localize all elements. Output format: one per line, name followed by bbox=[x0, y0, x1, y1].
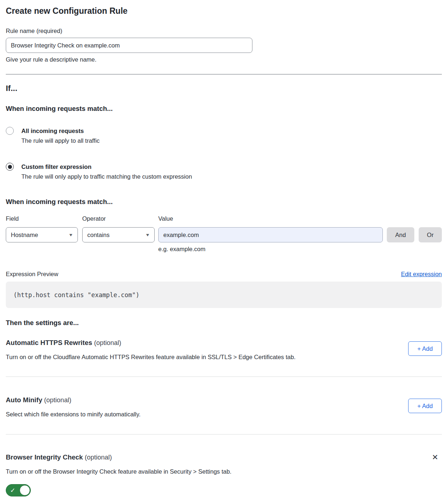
chevron-down-icon: ▼ bbox=[68, 233, 74, 237]
edit-expression-link[interactable]: Edit expression bbox=[401, 271, 442, 278]
operator-select-value: contains bbox=[87, 232, 109, 238]
radio-option-description: The rule will only apply to traffic matc… bbox=[21, 173, 442, 180]
spacer bbox=[419, 215, 442, 227]
radio-option-label: All incoming requests bbox=[21, 127, 442, 135]
radio-selected-icon[interactable] bbox=[6, 163, 14, 171]
radio-option-all-requests[interactable]: All incoming requests The rule will appl… bbox=[6, 127, 442, 145]
radio-option-label: Custom filter expression bbox=[21, 163, 442, 171]
chevron-down-icon: ▼ bbox=[145, 233, 150, 237]
operator-select[interactable]: contains ▼ bbox=[82, 227, 155, 242]
rule-name-help: Give your rule a descriptive name. bbox=[6, 56, 442, 63]
radio-option-description: The rule will apply to all traffic bbox=[21, 137, 442, 145]
and-button[interactable]: And bbox=[387, 227, 414, 242]
radio-unselected-icon[interactable] bbox=[6, 127, 14, 135]
page-title: Create new Configuration Rule bbox=[6, 6, 442, 16]
setting-browser-integrity-check: Browser Integrity Check (optional) Turn … bbox=[6, 453, 442, 496]
toggle-knob[interactable] bbox=[20, 485, 30, 496]
or-button[interactable]: Or bbox=[419, 227, 442, 242]
setting-title: Automatic HTTPS Rewrites (optional) bbox=[6, 338, 296, 347]
setting-auto-minify: Auto Minify (optional) Select which file… bbox=[6, 396, 442, 418]
rule-name-label: Rule name (required) bbox=[6, 27, 442, 34]
setting-description: Select which file extensions to minify a… bbox=[6, 411, 141, 418]
expression-builder-heading: When incoming requests match... bbox=[6, 198, 442, 206]
setting-description: Turn on or off the Browser Integrity Che… bbox=[6, 468, 231, 475]
field-label: Field bbox=[6, 215, 78, 222]
expression-builder-row: Field Hostname ▼ Operator contains ▼ Val… bbox=[6, 215, 442, 253]
expression-code: (http.host contains "example.com") bbox=[13, 291, 139, 299]
value-input[interactable] bbox=[158, 227, 383, 242]
then-settings-heading: Then the settings are... bbox=[6, 319, 442, 327]
spacer bbox=[387, 215, 414, 227]
setting-title-text: Browser Integrity Check bbox=[6, 453, 83, 461]
expression-preview-header: Expression Preview Edit expression bbox=[6, 270, 442, 278]
expression-preview-box: (http.host contains "example.com") bbox=[6, 282, 442, 308]
radio-option-custom-filter[interactable]: Custom filter expression The rule will o… bbox=[6, 163, 442, 180]
add-https-rewrites-button[interactable]: + Add bbox=[408, 341, 442, 356]
add-auto-minify-button[interactable]: + Add bbox=[408, 399, 442, 413]
setting-description: Turn on or off the Cloudflare Automatic … bbox=[6, 353, 296, 361]
field-select-value: Hostname bbox=[11, 232, 38, 238]
check-icon: ✓ bbox=[10, 487, 15, 494]
setting-title-text: Automatic HTTPS Rewrites bbox=[6, 339, 92, 346]
if-heading: If... bbox=[6, 83, 442, 93]
setting-title: Browser Integrity Check (optional) bbox=[6, 453, 231, 462]
optional-tag: (optional) bbox=[44, 396, 71, 404]
field-select[interactable]: Hostname ▼ bbox=[6, 227, 78, 242]
section-divider bbox=[6, 377, 442, 377]
rule-name-input[interactable] bbox=[6, 38, 252, 53]
section-divider bbox=[6, 74, 442, 75]
expression-preview-label: Expression Preview bbox=[6, 270, 58, 278]
value-help: e.g. example.com bbox=[158, 245, 383, 253]
browser-integrity-check-toggle[interactable]: ✓ bbox=[6, 484, 31, 496]
setting-title: Auto Minify (optional) bbox=[6, 396, 141, 404]
value-label: Value bbox=[158, 215, 383, 222]
optional-tag: (optional) bbox=[94, 339, 121, 346]
optional-tag: (optional) bbox=[85, 454, 112, 461]
section-divider bbox=[6, 434, 442, 434]
close-icon[interactable]: ✕ bbox=[432, 454, 438, 461]
when-match-heading: When incoming requests match... bbox=[6, 105, 442, 113]
setting-title-text: Auto Minify bbox=[6, 396, 42, 404]
setting-automatic-https-rewrites: Automatic HTTPS Rewrites (optional) Turn… bbox=[6, 338, 442, 361]
operator-label: Operator bbox=[82, 215, 155, 222]
